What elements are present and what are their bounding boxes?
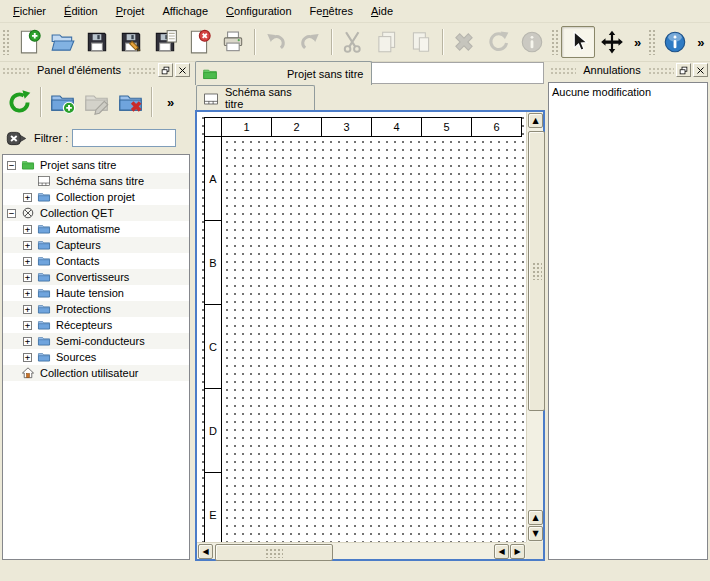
schema-view[interactable]: 123456 ABCDE ▲ ▲ ▼ ◀ ◀ ▶	[195, 110, 545, 561]
filter-input[interactable]	[72, 129, 176, 147]
save-all-button[interactable]	[148, 26, 182, 58]
menu-projet[interactable]: Projet	[107, 1, 154, 21]
toolbar-handle[interactable]	[2, 29, 9, 55]
clear-filter-button[interactable]	[4, 128, 28, 149]
folder-icon	[37, 270, 51, 284]
redo-button[interactable]	[293, 26, 327, 58]
scroll-left-button[interactable]: ◀	[494, 544, 509, 559]
toolbar-separator	[254, 29, 255, 55]
scroll-up-button[interactable]: ▲	[528, 113, 543, 128]
menu-configuration[interactable]: Configuration	[217, 1, 300, 21]
tree-expander[interactable]: −	[7, 161, 16, 170]
about-qet-button[interactable]	[658, 26, 692, 58]
tree-expander[interactable]: +	[23, 289, 32, 298]
toolbar-overflow-button[interactable]: »	[162, 93, 179, 112]
toolbar-overflow-button[interactable]: »	[692, 33, 709, 52]
menu-aide[interactable]: Aide	[362, 1, 402, 21]
titlebar-texture	[2, 67, 30, 74]
tree-item-collection-projet[interactable]: +Collection projet	[3, 189, 189, 205]
tree-item-recepteurs[interactable]: +Récepteurs	[3, 317, 189, 333]
tree-item-label: Protections	[56, 303, 111, 315]
tree-item-label: Convertisseurs	[56, 271, 129, 283]
filter-row: Filtrer :	[4, 127, 190, 149]
tree-expander[interactable]: +	[23, 257, 32, 266]
tree-expander[interactable]: +	[23, 193, 32, 202]
open-project-button[interactable]	[46, 26, 80, 58]
pan-mode-button[interactable]	[595, 26, 629, 58]
tree-item-semi-conducteurs[interactable]: +Semi-conducteurs	[3, 333, 189, 349]
tree-item-schema-sans-titre[interactable]: Schéma sans titre	[3, 173, 189, 189]
folder-delete-icon	[117, 89, 144, 116]
tree-expander[interactable]: +	[23, 273, 32, 282]
tree-item-label: Capteurs	[56, 239, 101, 251]
new-project-button[interactable]	[12, 26, 46, 58]
new-category-button[interactable]	[45, 84, 79, 120]
tree-expander[interactable]: +	[23, 353, 32, 362]
float-panel-button[interactable]	[158, 63, 173, 77]
menu-fichier[interactable]: Fichier	[4, 1, 55, 21]
menu-affichage[interactable]: Affichage	[153, 1, 217, 21]
tree-expander[interactable]: +	[23, 337, 32, 346]
delete-button[interactable]	[447, 26, 481, 58]
vertical-scrollbar-thumb[interactable]	[528, 131, 545, 411]
scroll-down-button[interactable]: ▼	[528, 526, 543, 541]
paste-button[interactable]	[404, 26, 438, 58]
toolbar-handle[interactable]	[551, 29, 558, 55]
edit-category-button[interactable]	[79, 84, 113, 120]
project-icon	[21, 158, 35, 172]
tree-expander[interactable]: +	[23, 305, 32, 314]
tree-item-label: Haute tension	[56, 287, 124, 299]
tree-item-convertisseurs[interactable]: +Convertisseurs	[3, 269, 189, 285]
menu-edition[interactable]: Édition	[55, 1, 107, 21]
copy-button[interactable]	[370, 26, 404, 58]
vertical-scrollbar[interactable]: ▲ ▲ ▼	[526, 112, 543, 542]
folder-icon	[37, 286, 51, 300]
tree-item-collection-qet[interactable]: −Collection QET	[3, 205, 189, 221]
tree-item-capteurs[interactable]: +Capteurs	[3, 237, 189, 253]
undo-button[interactable]	[259, 26, 293, 58]
tree-item-haute-tension[interactable]: +Haute tension	[3, 285, 189, 301]
object-info-button[interactable]	[515, 26, 549, 58]
close-project-button[interactable]	[182, 26, 216, 58]
tab-schema[interactable]: Schéma sans titre	[196, 85, 315, 110]
delete-category-button[interactable]	[113, 84, 147, 120]
print-button[interactable]	[216, 26, 250, 58]
toolbar-handle[interactable]	[648, 29, 655, 55]
menu-bar: FichierÉditionProjetAffichageConfigurati…	[0, 0, 710, 23]
undo-list-item[interactable]: Aucune modification	[552, 85, 704, 100]
tree-item-sources[interactable]: +Sources	[3, 349, 189, 365]
scroll-right-button[interactable]: ▶	[510, 544, 525, 559]
tree-expander[interactable]: +	[23, 321, 32, 330]
close-panel-button[interactable]	[175, 63, 190, 77]
toolbar-overflow-button[interactable]: »	[629, 33, 646, 52]
undo-history-list[interactable]: Aucune modification	[548, 82, 708, 560]
horizontal-scrollbar[interactable]: ◀ ◀ ▶	[197, 542, 526, 559]
float-panel-button[interactable]	[676, 63, 691, 77]
save-as-button[interactable]	[114, 26, 148, 58]
rotate-button[interactable]	[481, 26, 515, 58]
cut-button[interactable]	[336, 26, 370, 58]
scroll-left-button[interactable]: ◀	[198, 544, 213, 559]
tree-item-contacts[interactable]: +Contacts	[3, 253, 189, 269]
toolbar-separator	[40, 87, 41, 117]
close-panel-button[interactable]	[693, 63, 708, 77]
tree-expander[interactable]: +	[23, 241, 32, 250]
save-button[interactable]	[80, 26, 114, 58]
tree-item-label: Projet sans titre	[40, 159, 116, 171]
tree-expander[interactable]: −	[7, 209, 16, 218]
undo-panel: Annulations Aucune modification	[548, 61, 710, 581]
schema-canvas[interactable]: 123456 ABCDE	[197, 112, 526, 542]
scroll-up-button[interactable]: ▲	[528, 510, 543, 525]
clear-filter-icon	[6, 128, 27, 149]
tree-item-projet-sans-titre[interactable]: −Projet sans titre	[3, 157, 189, 173]
menu-fenetres[interactable]: Fenêtres	[301, 1, 362, 21]
select-mode-button[interactable]	[561, 26, 595, 58]
tab-project[interactable]: Projet sans titre	[195, 61, 372, 85]
tree-item-protections[interactable]: +Protections	[3, 301, 189, 317]
reload-collections-button[interactable]	[2, 84, 36, 120]
tree-item-collection-utilisateur[interactable]: Collection utilisateur	[3, 365, 189, 381]
tree-item-automatisme[interactable]: +Automatisme	[3, 221, 189, 237]
tree-expander[interactable]: +	[23, 225, 32, 234]
horizontal-scrollbar-thumb[interactable]	[215, 544, 333, 561]
save-as-icon	[118, 29, 144, 55]
